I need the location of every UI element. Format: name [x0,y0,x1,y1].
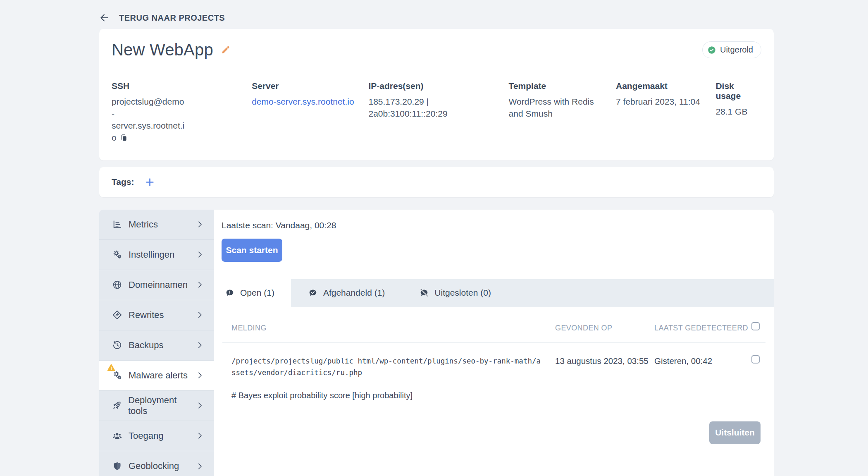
sidebar-item-label: Metrics [129,219,158,230]
sidebar-item-toegang[interactable]: Toegang [99,421,214,451]
comment-slash-icon [420,288,429,297]
ip-label: IP-adres(sen) [368,81,508,91]
tab-open[interactable]: Open (1) [214,279,291,307]
found-on-value: 13 augustus 2023, 03:55 [555,355,654,366]
start-scan-button[interactable]: Scan starten [222,239,282,262]
copy-icon[interactable] [119,134,128,146]
disk-usage-value: 28.1 GB [715,106,761,118]
warning-triangle-icon [107,364,115,373]
sidebar-item-label: Toegang [129,431,163,441]
project-header-card: New WebApp Uitgerold SSH projectslug@dem… [99,29,774,160]
tab-label: Afgehandeld (1) [323,288,385,298]
template-label: Template [509,81,616,91]
tab-afgehandeld[interactable]: Afgehandeld (1) [291,279,402,307]
sidebar-item-backups[interactable]: Backups [99,330,214,361]
table-row: /projects/projectslug/public_html/wp-con… [222,343,765,413]
back-link-label[interactable]: TERUG NAAR PROJECTS [119,13,225,23]
chevron-right-icon [196,431,204,440]
metrics-icon [112,219,122,230]
chevron-right-icon [196,280,204,289]
sidebar-item-label: Malware alerts [129,370,188,381]
sidebar-item-instellingen[interactable]: Instellingen [99,240,214,270]
rocket-icon [112,400,122,411]
created-value: 7 februari 2023, 11:04 [616,96,715,108]
tab-label: Uitgesloten (0) [434,288,491,298]
chevron-right-icon [196,401,204,410]
disk-usage-label: Disk usage [715,81,761,101]
template-value: WordPress with Redis and Smush [509,96,600,120]
alerts-table: MELDING GEVONDEN OP LAATST GEDETECTEERD … [222,307,765,413]
malware-tabs: Open (1) Afgehandeld (1) Uitgesloten (0) [214,279,774,307]
sidebar-item-label: Rewrites [129,310,164,321]
select-all-checkbox[interactable] [751,322,760,330]
chevron-right-icon [196,371,204,380]
sidebar-item-malware-alerts[interactable]: Malware alerts [99,361,214,391]
status-badge-label: Uitgerold [720,45,753,55]
comment-check-icon [308,288,317,297]
server-link[interactable]: demo-server.sys.rootnet.io [252,97,354,106]
project-sidebar: Metrics Instellingen Domeinnamen [99,210,214,476]
sidebar-item-label: Deployment tools [128,395,196,416]
sidebar-item-label: Backups [129,340,163,351]
chevron-right-icon [196,311,204,319]
tags-label: Tags: [112,177,134,187]
column-header-gevonden-op: GEVONDEN OP [555,324,654,332]
back-navigation[interactable]: TERUG NAAR PROJECTS [0,0,868,23]
edit-pencil-icon[interactable] [220,44,231,55]
sidebar-item-deployment-tools[interactable]: Deployment tools [99,391,214,421]
add-tag-button[interactable] [145,177,155,187]
project-info-row: SSH projectslug@demo-server.sys.rootnet.… [99,70,774,160]
column-header-melding: MELDING [222,324,555,332]
last-scan-text: Laatste scan: Vandaag, 00:28 [214,210,774,230]
tab-label: Open (1) [240,288,274,298]
chevron-right-icon [196,250,204,259]
malware-note: # Bayes exploit probability score [high … [231,391,555,400]
page-title: New WebApp [112,41,213,59]
ssh-label: SSH [112,81,252,91]
status-badge: Uitgerold [702,41,761,58]
chevron-right-icon [196,341,204,349]
history-icon [112,340,122,351]
users-icon [112,431,122,441]
sidebar-item-geoblocking[interactable]: Geoblocking [99,451,214,476]
exclude-button[interactable]: Uitsluiten [709,421,761,444]
chevron-right-icon [196,462,204,471]
table-header-row: MELDING GEVONDEN OP LAATST GEDETECTEERD [222,307,765,343]
malware-alerts-panel: Laatste scan: Vandaag, 00:28 Scan starte… [214,210,774,476]
check-circle-icon [707,45,716,55]
chevron-right-icon [196,220,204,229]
gears-icon [112,249,122,260]
sidebar-item-metrics[interactable]: Metrics [99,210,214,240]
last-detected-value: Gisteren, 00:42 [654,355,751,366]
malware-file-path: /projects/projectslug/public_html/wp-con… [231,355,542,378]
rewrites-icon [112,310,122,321]
tags-card: Tags: [99,167,774,197]
sidebar-item-label: Domeinnamen [129,280,188,290]
tab-uitgesloten[interactable]: Uitgesloten (0) [402,279,508,307]
ip-value: 185.173.20.29 | 2a0b:3100:11::20:29 [368,96,459,120]
arrow-left-icon [99,12,110,23]
sidebar-item-label: Geoblocking [129,461,179,471]
column-header-laatst-gedetecteerd: LAATST GEDETECTEERD [654,324,751,332]
sidebar-item-label: Instellingen [129,249,174,260]
sidebar-item-domeinnamen[interactable]: Domeinnamen [99,270,214,300]
comment-exclamation-icon [225,288,234,297]
shield-icon [112,461,122,471]
row-checkbox[interactable] [751,355,760,364]
server-label: Server [252,81,368,91]
globe-icon [112,280,122,290]
sidebar-item-rewrites[interactable]: Rewrites [99,300,214,330]
created-label: Aangemaakt [616,81,715,91]
